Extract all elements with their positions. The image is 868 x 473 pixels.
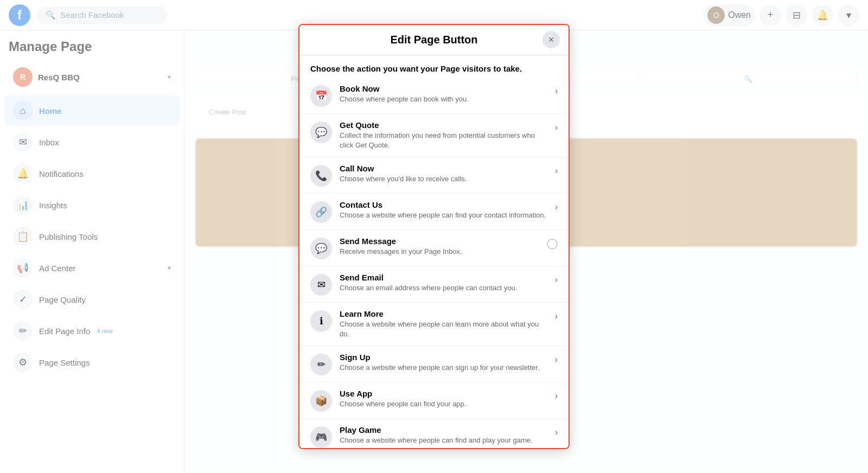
modal-item-send-email[interactable]: ✉ Send Email Choose an email address whe… (299, 266, 569, 303)
learn-more-content: Learn More Choose a website where people… (340, 309, 547, 339)
sign-up-arrow: › (555, 353, 558, 365)
get-quote-arrow: › (555, 120, 558, 132)
call-now-desc: Choose where you'd like to receive calls… (340, 174, 547, 184)
learn-more-arrow: › (555, 309, 558, 321)
get-quote-content: Get Quote Collect the information you ne… (340, 120, 547, 150)
sign-up-desc: Choose a website where people can sign u… (340, 363, 547, 373)
book-now-title: Book Now (340, 84, 547, 93)
play-game-icon: 🎮 (310, 426, 332, 448)
learn-more-icon: ℹ (310, 310, 332, 332)
send-message-icon: 💬 (310, 238, 332, 259)
modal-item-play-game[interactable]: 🎮 Play Game Choose a website where peopl… (299, 419, 569, 449)
modal-items-list: 📅 Book Now Choose where people can book … (299, 78, 569, 450)
use-app-title: Use App (340, 389, 547, 398)
send-email-content: Send Email Choose an email address where… (340, 273, 547, 293)
contact-us-arrow: › (555, 200, 558, 212)
book-now-content: Book Now Choose where people can book wi… (340, 84, 547, 104)
sign-up-title: Sign Up (340, 353, 547, 362)
send-email-title: Send Email (340, 273, 547, 282)
get-quote-title: Get Quote (340, 120, 547, 130)
modal-subtitle: Choose the action you want your Page vis… (299, 55, 569, 78)
modal-close-button[interactable]: × (542, 31, 560, 48)
use-app-arrow: › (555, 389, 558, 401)
call-now-title: Call Now (340, 164, 547, 173)
sign-up-icon: ✏ (310, 354, 332, 375)
use-app-content: Use App Choose where people can find you… (340, 389, 547, 409)
play-game-content: Play Game Choose a website where people … (340, 425, 547, 445)
use-app-icon: 📦 (310, 390, 332, 412)
call-now-arrow: › (555, 164, 558, 176)
modal-item-call-now[interactable]: 📞 Call Now Choose where you'd like to re… (299, 157, 569, 194)
send-email-icon: ✉ (310, 274, 332, 296)
get-quote-desc: Collect the information you need from po… (340, 131, 547, 150)
send-email-arrow: › (555, 273, 558, 285)
sign-up-content: Sign Up Choose a website where people ca… (340, 353, 547, 373)
modal-item-sign-up[interactable]: ✏ Sign Up Choose a website where people … (299, 346, 569, 382)
play-game-desc: Choose a website where people can find a… (340, 436, 547, 445)
modal-item-use-app[interactable]: 📦 Use App Choose where people can find y… (299, 382, 569, 419)
modal-item-contact-us[interactable]: 🔗 Contact Us Choose a website where peop… (299, 194, 569, 230)
modal-title: Edit Page Button (390, 34, 477, 46)
send-message-content: Send Message Receive messages in your Pa… (340, 237, 539, 257)
contact-us-title: Contact Us (340, 200, 547, 209)
edit-page-button-modal: Edit Page Button × Choose the action you… (298, 24, 570, 450)
modal-item-send-message[interactable]: 💬 Send Message Receive messages in your … (299, 230, 569, 266)
modal-item-learn-more[interactable]: ℹ Learn More Choose a website where peop… (299, 303, 569, 346)
send-message-desc: Receive messages in your Page Inbox. (340, 247, 539, 257)
book-now-desc: Choose where people can book with you. (340, 94, 547, 104)
learn-more-desc: Choose a website where people can learn … (340, 319, 547, 339)
modal-item-book-now[interactable]: 📅 Book Now Choose where people can book … (299, 78, 569, 114)
contact-us-desc: Choose a website where people can find y… (340, 210, 547, 220)
get-quote-icon: 💬 (310, 122, 332, 143)
book-now-icon: 📅 (310, 85, 332, 107)
send-message-title: Send Message (340, 237, 539, 246)
book-now-arrow: › (555, 84, 558, 96)
use-app-desc: Choose where people can find your app. (340, 399, 547, 409)
learn-more-title: Learn More (340, 309, 547, 318)
send-email-desc: Choose an email address where people can… (340, 283, 547, 293)
call-now-icon: 📞 (310, 165, 332, 187)
send-message-radio[interactable] (547, 239, 558, 250)
modal-item-get-quote[interactable]: 💬 Get Quote Collect the information you … (299, 114, 569, 157)
modal-header: Edit Page Button × (299, 25, 569, 55)
contact-us-icon: 🔗 (310, 201, 332, 223)
play-game-title: Play Game (340, 425, 547, 434)
contact-us-content: Contact Us Choose a website where people… (340, 200, 547, 220)
call-now-content: Call Now Choose where you'd like to rece… (340, 164, 547, 184)
modal-overlay: Edit Page Button × Choose the action you… (0, 0, 868, 473)
play-game-arrow: › (555, 425, 558, 437)
